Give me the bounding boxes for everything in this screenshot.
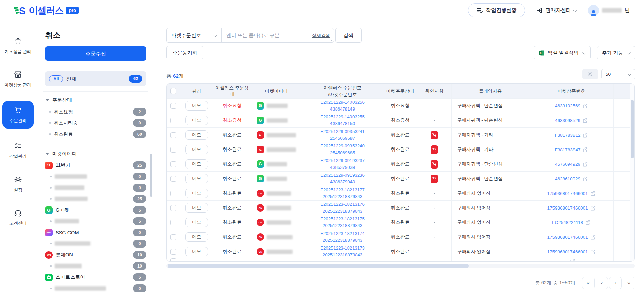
row-checkbox[interactable] <box>170 234 176 240</box>
market-product-no-link[interactable]: 1759368017466001 <box>547 249 588 254</box>
prev-page-button[interactable]: ‹ <box>596 277 608 289</box>
market-filter-item[interactable]: G G마켓 5 <box>45 204 146 216</box>
memo-button[interactable]: 메모 <box>185 116 208 125</box>
next-page-button[interactable]: › <box>609 277 622 289</box>
market-order-no-link[interactable]: 2025122318879843 <box>323 252 362 258</box>
market-product-no-link[interactable]: LO2548221118 <box>552 220 583 225</box>
external-link-icon[interactable] <box>583 133 588 138</box>
seller-center-menu[interactable]: 판매자센터 <box>537 7 577 14</box>
resize-grip-icon[interactable] <box>329 38 333 41</box>
market-order-no-link[interactable]: 2025122318879843 <box>323 237 362 244</box>
memo-button[interactable]: 메모 <box>185 145 208 154</box>
market-account-filter-item[interactable]: 10 <box>45 260 146 272</box>
market-order-no-link[interactable]: 4386379040 <box>330 179 355 185</box>
row-checkbox[interactable] <box>170 220 176 225</box>
memo-button[interactable]: 메모 <box>185 247 208 256</box>
row-checkbox[interactable] <box>170 118 176 123</box>
column-settings-button[interactable] <box>582 69 598 79</box>
row-checkbox[interactable] <box>170 161 176 167</box>
external-link-icon[interactable] <box>583 118 588 123</box>
order-status-filter-item[interactable]: 취소요청 2 <box>45 106 146 117</box>
sidebar-scrollbar-thumb[interactable] <box>150 154 152 197</box>
nav-item-tasks[interactable]: 작업관리 <box>2 139 34 162</box>
market-product-no-link[interactable]: 1759368017466001 <box>547 191 588 196</box>
esellers-order-no-link[interactable]: E20251223-18213177 <box>320 186 365 193</box>
app-logo[interactable]: S 이셀러스 pro <box>14 4 79 17</box>
nav-item-base-products[interactable]: 기초상품 관리 <box>2 34 34 57</box>
esellers-order-no-link[interactable]: E20251229-09353241 <box>320 128 365 135</box>
esellers-order-no-link[interactable]: E20251223-18213173 <box>320 245 365 252</box>
market-filter-item[interactable]: ON 롯데ON 10 <box>45 249 146 260</box>
select-all-checkbox[interactable] <box>170 88 176 94</box>
order-sync-button[interactable]: 주문동기화 <box>166 46 203 59</box>
external-link-icon[interactable] <box>590 235 596 240</box>
external-link-icon[interactable] <box>570 259 575 262</box>
external-link-icon[interactable] <box>583 176 588 181</box>
table-horizontal-scrollbar[interactable] <box>166 264 635 268</box>
market-product-no-link[interactable]: 1759368017466001 <box>547 235 588 240</box>
memo-button[interactable]: 메모 <box>185 159 208 169</box>
row-checkbox[interactable] <box>170 249 176 255</box>
memo-button[interactable]: 메모 <box>185 101 208 111</box>
horizontal-scrollbar-thumb[interactable] <box>168 264 469 268</box>
market-product-no-link[interactable]: 4633102569 <box>555 103 580 108</box>
filter-all[interactable]: All 전체 62 <box>45 71 146 86</box>
esellers-order-no-link[interactable]: E20251223-18213176 <box>320 201 365 208</box>
row-checkbox[interactable] <box>170 176 176 182</box>
search-button[interactable]: 검색 <box>335 28 362 43</box>
market-product-no-link[interactable]: F381783812 <box>555 133 581 138</box>
memo-button[interactable]: 메모 <box>185 232 208 242</box>
external-link-icon[interactable] <box>583 147 588 152</box>
market-section-header[interactable]: 마켓아이디 <box>46 151 146 157</box>
search-input[interactable]: 엔터 또는 콤마(,)로 구분 상세검색 <box>222 28 334 42</box>
memo-button[interactable]: 메모 <box>185 189 208 198</box>
row-checkbox[interactable] <box>170 258 176 262</box>
nav-item-support[interactable]: 고객센터 <box>2 206 34 229</box>
market-order-no-link[interactable]: 4386379039 <box>330 164 355 171</box>
external-link-icon[interactable] <box>590 205 596 211</box>
memo-button[interactable]: 메모 <box>185 203 208 213</box>
market-order-no-link[interactable]: 2025122318879843 <box>323 222 362 229</box>
market-account-filter-item[interactable]: 0 <box>45 238 146 249</box>
first-page-button[interactable]: « <box>582 277 595 289</box>
external-link-icon[interactable] <box>585 220 590 225</box>
user-account[interactable]: 님 <box>588 5 630 16</box>
market-filter-item[interactable]: 스마트스토어 5 <box>45 272 146 283</box>
market-filter-item[interactable]: 11 11번가 25 <box>45 160 146 171</box>
market-order-no-link[interactable]: 2025122318879843 <box>323 208 362 215</box>
collect-orders-button[interactable]: 주문수집 <box>45 46 146 61</box>
esellers-order-no-link[interactable]: E20251229-09193237 <box>320 157 365 164</box>
market-product-no-link[interactable]: 4576094929 <box>555 162 580 167</box>
last-page-button[interactable]: » <box>623 277 635 289</box>
order-status-filter-item[interactable]: 취소완료 60 <box>45 129 146 140</box>
page-size-select[interactable]: 50 <box>601 69 635 79</box>
esellers-order-no-link[interactable]: E20251229-09353240 <box>320 143 365 150</box>
table-vertical-scrollbar[interactable] <box>630 84 634 261</box>
market-account-filter-item[interactable]: 25 <box>45 193 146 204</box>
external-link-icon[interactable] <box>590 249 596 254</box>
external-link-icon[interactable] <box>583 162 588 167</box>
row-checkbox[interactable] <box>170 132 176 138</box>
external-link-icon[interactable] <box>583 103 588 108</box>
esellers-order-no-link[interactable]: E20251229-14003255 <box>320 114 365 120</box>
market-order-no-link[interactable]: 4386478149 <box>330 106 355 113</box>
excel-batch-button[interactable]: X 엑셀 일괄작업 <box>534 46 591 59</box>
memo-button[interactable]: 메모 <box>185 218 208 227</box>
market-account-filter-item[interactable]: 0 <box>45 171 146 182</box>
esellers-order-no-link[interactable]: E20251223-18213175 <box>320 216 365 222</box>
market-account-filter-item[interactable]: 5 <box>45 216 146 227</box>
row-checkbox[interactable] <box>170 147 176 153</box>
market-product-no-link[interactable]: 1759368017466001 <box>547 205 588 211</box>
market-order-no-link[interactable]: 2545069685 <box>330 150 355 156</box>
progress-status-button[interactable]: 작업진행현황 <box>468 3 525 17</box>
market-product-no-link[interactable]: 4628610929 <box>555 176 580 181</box>
market-account-filter-item[interactable]: 0 <box>45 283 146 294</box>
row-checkbox[interactable] <box>170 103 176 109</box>
nav-item-market-products[interactable]: 마켓상품 관리 <box>2 67 34 91</box>
market-product-no-link[interactable]: 4633098529 <box>555 118 580 123</box>
market-order-no-link[interactable]: 4386478150 <box>330 120 355 127</box>
esellers-order-no-link[interactable]: E20251229-14003256 <box>320 99 365 106</box>
external-link-icon[interactable] <box>590 191 596 196</box>
nav-item-orders[interactable]: 주문관리 <box>2 101 34 129</box>
esellers-order-no-link[interactable]: E20251229-09193236 <box>320 172 365 179</box>
